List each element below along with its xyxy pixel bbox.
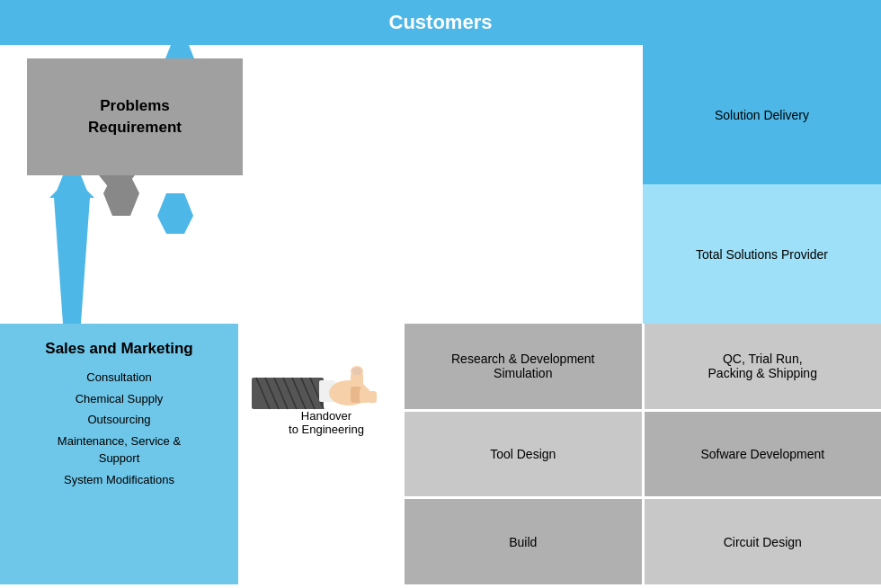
solution-delivery-label: Solution Delivery bbox=[715, 108, 809, 122]
svg-marker-6 bbox=[54, 175, 90, 324]
customers-label: Customers bbox=[389, 11, 493, 34]
cell-qc: QC, Trial Run,Packing & Shipping bbox=[645, 324, 882, 409]
hand-icon bbox=[252, 346, 396, 418]
build-label: Build bbox=[509, 535, 537, 549]
svg-rect-31 bbox=[368, 391, 377, 403]
main-area: ProblemsRequirement Solution Delivery To… bbox=[0, 45, 881, 588]
total-solutions-label: Total Solutions Provider bbox=[696, 247, 828, 262]
right-panel: Solution Delivery Total Solutions Provid… bbox=[643, 45, 881, 324]
total-solutions-box: Total Solutions Provider bbox=[643, 184, 881, 324]
sales-marketing-box: Sales and Marketing Consultation Chemica… bbox=[0, 324, 238, 584]
engineering-grid: Research & DevelopmentSimulation QC, Tri… bbox=[405, 324, 881, 584]
handover-label: Handoverto Engineering bbox=[250, 409, 403, 436]
cell-software: Sofware Development bbox=[645, 412, 882, 497]
sales-item-outsourcing: Outsourcing bbox=[87, 411, 150, 429]
cell-build: Build bbox=[405, 499, 642, 584]
sales-item-maintenance: Maintenance, Service &Support bbox=[58, 432, 181, 468]
svg-marker-5 bbox=[157, 193, 193, 234]
sales-item-consultation: Consultation bbox=[86, 369, 151, 387]
qc-label: QC, Trial Run,Packing & Shipping bbox=[708, 352, 817, 380]
cell-tool-design: Tool Design bbox=[405, 412, 642, 497]
solution-delivery-box: Solution Delivery bbox=[643, 45, 881, 184]
sales-item-chemical: Chemical Supply bbox=[76, 390, 164, 408]
problems-box: ProblemsRequirement bbox=[27, 58, 243, 175]
cell-rnd: Research & DevelopmentSimulation bbox=[405, 324, 642, 409]
sales-title: Sales and Marketing bbox=[45, 340, 192, 358]
svg-marker-7 bbox=[49, 175, 94, 198]
software-label: Sofware Development bbox=[700, 447, 824, 461]
customers-bar: Customers bbox=[0, 0, 881, 45]
svg-marker-4 bbox=[103, 175, 139, 216]
problems-label: ProblemsRequirement bbox=[88, 95, 182, 138]
svg-rect-33 bbox=[352, 368, 361, 375]
sales-item-system: System Modifications bbox=[64, 471, 174, 489]
rnd-label: Research & DevelopmentSimulation bbox=[451, 352, 595, 380]
cell-circuit: Circuit Design bbox=[645, 499, 882, 584]
tool-design-label: Tool Design bbox=[490, 447, 556, 461]
circuit-label: Circuit Design bbox=[724, 535, 802, 549]
